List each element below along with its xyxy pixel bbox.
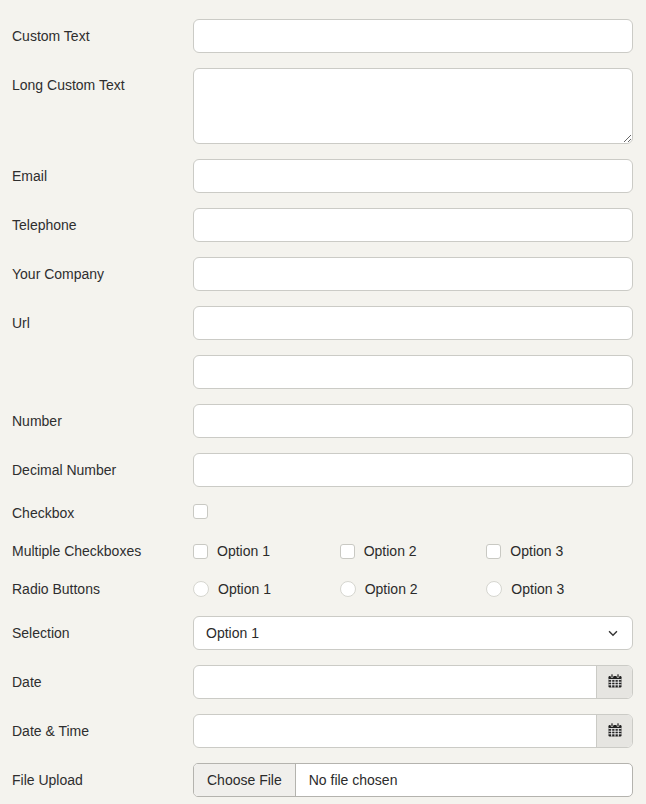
form-row-number: Number	[12, 404, 633, 438]
form-row-company: Your Company	[12, 257, 633, 291]
field-label: Date	[12, 673, 193, 691]
field-label: File Upload	[12, 771, 193, 789]
checkbox-option-3[interactable]: Option 3	[486, 543, 633, 559]
form-row-multiple-checkboxes: Multiple Checkboxes Option 1 Option 2 Op…	[12, 540, 633, 562]
form-row-selection: Selection Option 1	[12, 616, 633, 650]
email-input[interactable]	[193, 159, 633, 193]
form-row-unlabeled	[12, 355, 633, 389]
form-row-date: Date	[12, 665, 633, 699]
checkbox-option-2[interactable]: Option 2	[340, 543, 487, 559]
radio-option-1[interactable]: Option 1	[193, 581, 340, 597]
checkbox-option-1-label: Option 1	[217, 543, 270, 559]
date-field-group	[193, 665, 633, 699]
telephone-input[interactable]	[193, 208, 633, 242]
field-label: Your Company	[12, 265, 193, 283]
date-picker-button[interactable]	[596, 666, 632, 698]
radio-option-2-label: Option 2	[365, 581, 418, 597]
file-upload-control[interactable]: Choose File No file chosen	[193, 763, 633, 797]
radio-option-3-button[interactable]	[486, 581, 502, 597]
radio-option-3[interactable]: Option 3	[486, 581, 633, 597]
calendar-icon	[607, 722, 623, 741]
form-row-url: Url	[12, 306, 633, 340]
checkbox-option-1[interactable]: Option 1	[193, 543, 340, 559]
file-status-text: No file chosen	[296, 764, 398, 796]
form-row-file-upload: File Upload Choose File No file chosen	[12, 763, 633, 797]
datetime-field-group	[193, 714, 633, 748]
form-row-custom-text: Custom Text	[12, 19, 633, 53]
datetime-picker-button[interactable]	[596, 715, 632, 747]
checkbox-option-2-label: Option 2	[364, 543, 417, 559]
long-custom-text-textarea[interactable]	[193, 68, 633, 144]
field-label: Email	[12, 167, 193, 185]
custom-text-input[interactable]	[193, 19, 633, 53]
form-row-radio-buttons: Radio Buttons Option 1 Option 2 Option 3	[12, 578, 633, 600]
date-input[interactable]	[194, 666, 596, 698]
field-label: Radio Buttons	[12, 580, 193, 598]
form-row-datetime: Date & Time	[12, 714, 633, 748]
single-checkbox[interactable]	[193, 504, 208, 519]
contact-form: Custom Text Long Custom Text Email Telep…	[12, 19, 633, 797]
choose-file-button[interactable]: Choose File	[194, 764, 296, 796]
chevron-down-icon	[606, 626, 620, 640]
field-label: Selection	[12, 624, 193, 642]
radio-option-3-label: Option 3	[511, 581, 564, 597]
form-row-telephone: Telephone	[12, 208, 633, 242]
field-label: Checkbox	[12, 504, 193, 522]
radio-option-1-label: Option 1	[218, 581, 271, 597]
form-row-email: Email	[12, 159, 633, 193]
unlabeled-input[interactable]	[193, 355, 633, 389]
field-label: Multiple Checkboxes	[12, 542, 193, 560]
selection-select[interactable]: Option 1	[193, 616, 633, 650]
field-label: Long Custom Text	[12, 68, 193, 94]
field-label: Decimal Number	[12, 461, 193, 479]
number-input[interactable]	[193, 404, 633, 438]
form-row-decimal-number: Decimal Number	[12, 453, 633, 487]
datetime-input[interactable]	[194, 715, 596, 747]
radio-option-1-button[interactable]	[193, 581, 209, 597]
checkbox-option-1-box[interactable]	[193, 544, 208, 559]
form-row-checkbox: Checkbox	[12, 502, 633, 524]
checkbox-option-2-box[interactable]	[340, 544, 355, 559]
checkbox-option-3-label: Option 3	[510, 543, 563, 559]
field-label: Custom Text	[12, 27, 193, 45]
checkbox-option-3-box[interactable]	[486, 544, 501, 559]
radio-option-2-button[interactable]	[340, 581, 356, 597]
decimal-number-input[interactable]	[193, 453, 633, 487]
url-input[interactable]	[193, 306, 633, 340]
field-label: Telephone	[12, 216, 193, 234]
field-label: Url	[12, 314, 193, 332]
company-input[interactable]	[193, 257, 633, 291]
radio-option-2[interactable]: Option 2	[340, 581, 487, 597]
field-label: Date & Time	[12, 722, 193, 740]
selection-value: Option 1	[206, 625, 259, 641]
field-label: Number	[12, 412, 193, 430]
calendar-icon	[607, 673, 623, 692]
form-row-long-custom-text: Long Custom Text	[12, 68, 633, 144]
